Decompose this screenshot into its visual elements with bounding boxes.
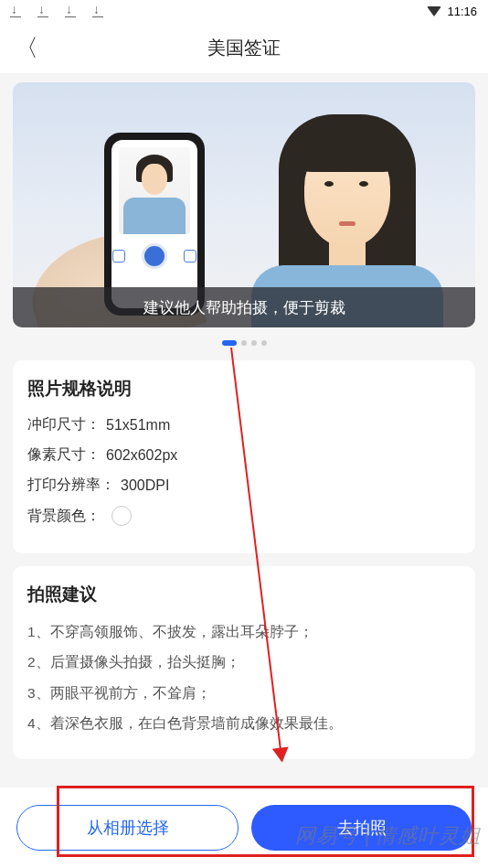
instruction-banner[interactable]: 建议他人帮助拍摄，便于剪裁 (13, 82, 475, 327)
status-bar: 11:16 (0, 0, 488, 22)
status-time: 11:16 (447, 5, 477, 18)
download-icon (66, 5, 77, 17)
wifi-icon (427, 6, 441, 16)
spec-pixel-size: 像素尺寸：602x602px (27, 445, 461, 465)
dot[interactable] (241, 340, 247, 346)
spec-dpi: 打印分辨率：300DPI (27, 476, 461, 495)
status-left (11, 5, 104, 17)
dot[interactable] (261, 340, 267, 346)
download-icon (93, 5, 104, 17)
nav-bar: 〈 美国签证 (0, 22, 488, 73)
camera-button[interactable]: 去拍照 (251, 805, 472, 851)
carousel-dots[interactable] (13, 340, 475, 346)
bottom-action-bar: 从相册选择 去拍照 (0, 788, 488, 868)
spec-bg-color: 背景颜色： (27, 506, 461, 526)
tips-card: 拍照建议 1、不穿高领服饰、不披发，露出耳朵脖子； 2、后置摄像头拍摄，抬头挺胸… (13, 566, 475, 759)
download-icon (11, 5, 22, 17)
content-area: 建议他人帮助拍摄，便于剪裁 照片规格说明 冲印尺寸：51x51mm 像素尺寸：6… (0, 73, 488, 781)
download-icon (38, 5, 49, 17)
back-button[interactable]: 〈 (15, 32, 38, 64)
color-swatch (111, 506, 132, 526)
tip-item: 1、不穿高领服饰、不披发，露出耳朵脖子； (27, 621, 461, 642)
dot[interactable] (251, 340, 257, 346)
specs-card: 照片规格说明 冲印尺寸：51x51mm 像素尺寸：602x602px 打印分辨率… (13, 360, 475, 553)
status-right: 11:16 (427, 5, 477, 18)
spec-print-size: 冲印尺寸：51x51mm (27, 415, 461, 434)
banner-caption: 建议他人帮助拍摄，便于剪裁 (13, 287, 475, 327)
specs-title: 照片规格说明 (27, 377, 461, 401)
tip-item: 4、着深色衣服，在白色背景墙前成像效果最佳。 (27, 713, 461, 734)
album-button[interactable]: 从相册选择 (16, 805, 239, 851)
page-title: 美国签证 (207, 36, 281, 60)
tip-item: 3、两眼平视前方，不耸肩； (27, 682, 461, 703)
tips-title: 拍照建议 (27, 583, 461, 606)
tip-item: 2、后置摄像头拍摄，抬头挺胸； (27, 651, 461, 672)
dot-active[interactable] (222, 340, 237, 346)
